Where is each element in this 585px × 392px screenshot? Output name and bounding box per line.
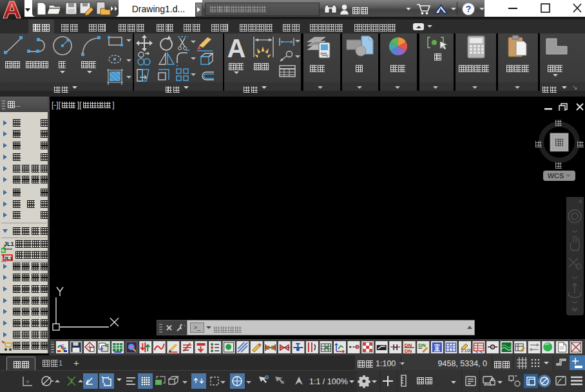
svg-text:A: A (227, 34, 246, 62)
svg-text:DN: DN (405, 348, 412, 354)
svg-text:S: S (61, 342, 64, 350)
svg-text:?: ? (466, 4, 472, 14)
svg-text:?: ? (100, 346, 104, 353)
svg-text:1:1 / 100%: 1:1 / 100% (309, 377, 348, 386)
svg-text:DN: DN (418, 342, 426, 348)
svg-text:1:100: 1:100 (461, 348, 472, 353)
